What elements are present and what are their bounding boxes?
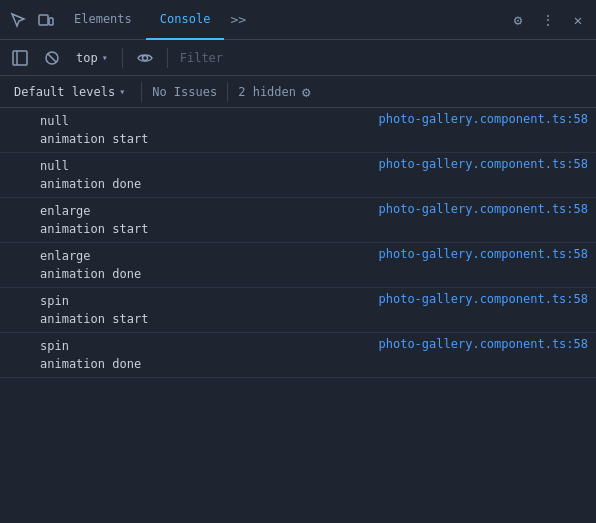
log-sub: animation done	[40, 355, 141, 373]
more-tabs-button[interactable]: >>	[224, 12, 252, 27]
sidebar-toggle-icon[interactable]	[6, 44, 34, 72]
third-toolbar: Default levels ▾ No Issues 2 hidden ⚙	[0, 76, 596, 108]
block-icon[interactable]	[38, 44, 66, 72]
log-row: enlarge animation start photo-gallery.co…	[40, 202, 588, 238]
log-left: enlarge animation done	[40, 247, 141, 283]
context-selector[interactable]: top ▾	[70, 49, 114, 67]
log-right: photo-gallery.component.ts:58	[378, 292, 588, 306]
log-right: photo-gallery.component.ts:58	[378, 247, 588, 261]
log-value: spin	[40, 292, 148, 310]
log-sub: animation done	[40, 265, 141, 283]
hidden-count-label: 2 hidden	[238, 85, 296, 99]
log-entry: spin animation start photo-gallery.compo…	[0, 288, 596, 333]
tab-console[interactable]: Console	[146, 0, 225, 40]
log-entry: null animation start photo-gallery.compo…	[0, 108, 596, 153]
tab-elements[interactable]: Elements	[60, 0, 146, 40]
log-sub: animation done	[40, 175, 141, 193]
console-log-area: null animation start photo-gallery.compo…	[0, 108, 596, 523]
tab-list: Elements Console >>	[60, 0, 504, 40]
log-source-link[interactable]: photo-gallery.component.ts:58	[378, 292, 588, 306]
svg-line-5	[48, 53, 57, 62]
close-icon[interactable]: ✕	[564, 6, 592, 34]
log-value: spin	[40, 337, 141, 355]
log-right: photo-gallery.component.ts:58	[378, 202, 588, 216]
log-right: photo-gallery.component.ts:58	[378, 337, 588, 351]
eye-visibility-icon[interactable]	[131, 44, 159, 72]
console-settings-icon[interactable]: ⚙	[302, 84, 310, 100]
log-value: enlarge	[40, 202, 148, 220]
svg-point-6	[142, 55, 147, 60]
log-value: enlarge	[40, 247, 141, 265]
log-row: spin animation done photo-gallery.compon…	[40, 337, 588, 373]
separator3	[141, 82, 142, 102]
log-right: photo-gallery.component.ts:58	[378, 157, 588, 171]
log-entry: null animation done photo-gallery.compon…	[0, 153, 596, 198]
top-toolbar: Elements Console >> ⚙ ⋮ ✕	[0, 0, 596, 40]
context-dropdown-icon: ▾	[102, 52, 108, 63]
separator	[122, 48, 123, 68]
log-sub: animation start	[40, 130, 148, 148]
log-source-link[interactable]: photo-gallery.component.ts:58	[378, 157, 588, 171]
more-options-icon[interactable]: ⋮	[534, 6, 562, 34]
log-entry: spin animation done photo-gallery.compon…	[0, 333, 596, 378]
default-levels-button[interactable]: Default levels ▾	[8, 83, 131, 101]
log-source-link[interactable]: photo-gallery.component.ts:58	[378, 247, 588, 261]
device-toggle-icon[interactable]	[32, 6, 60, 34]
separator2	[167, 48, 168, 68]
log-row: enlarge animation done photo-gallery.com…	[40, 247, 588, 283]
log-sub: animation start	[40, 220, 148, 238]
separator4	[227, 82, 228, 102]
levels-dropdown-icon: ▾	[119, 86, 125, 97]
settings-icon[interactable]: ⚙	[504, 6, 532, 34]
log-entry: enlarge animation start photo-gallery.co…	[0, 198, 596, 243]
log-row: null animation done photo-gallery.compon…	[40, 157, 588, 193]
toolbar-right: ⚙ ⋮ ✕	[504, 6, 592, 34]
log-sub: animation start	[40, 310, 148, 328]
log-left: null animation done	[40, 157, 141, 193]
log-value: null	[40, 157, 141, 175]
svg-rect-0	[39, 15, 48, 25]
log-source-link[interactable]: photo-gallery.component.ts:58	[378, 337, 588, 351]
log-value: null	[40, 112, 148, 130]
svg-rect-2	[13, 51, 27, 65]
log-left: spin animation start	[40, 292, 148, 328]
log-row: null animation start photo-gallery.compo…	[40, 112, 588, 148]
filter-input[interactable]	[176, 49, 590, 67]
log-entry: enlarge animation done photo-gallery.com…	[0, 243, 596, 288]
log-left: enlarge animation start	[40, 202, 148, 238]
inspect-icon[interactable]	[4, 6, 32, 34]
no-issues-label: No Issues	[152, 85, 217, 99]
log-left: spin animation done	[40, 337, 141, 373]
log-left: null animation start	[40, 112, 148, 148]
second-toolbar: top ▾	[0, 40, 596, 76]
log-right: photo-gallery.component.ts:58	[378, 112, 588, 126]
svg-rect-1	[49, 18, 53, 25]
log-source-link[interactable]: photo-gallery.component.ts:58	[378, 112, 588, 126]
log-source-link[interactable]: photo-gallery.component.ts:58	[378, 202, 588, 216]
log-row: spin animation start photo-gallery.compo…	[40, 292, 588, 328]
